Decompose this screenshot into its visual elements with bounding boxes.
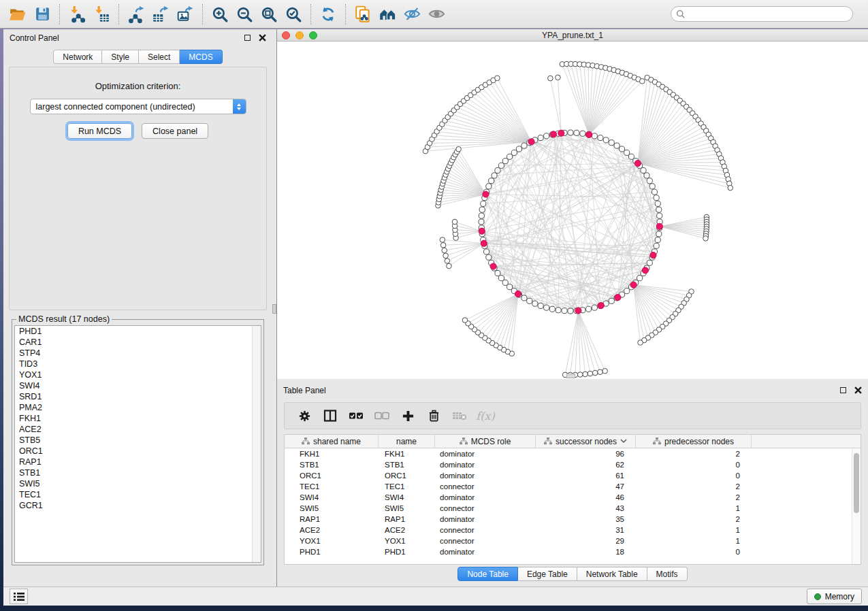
toolbar-search [671, 6, 853, 22]
eye-slash-icon [403, 5, 421, 23]
memory-button[interactable]: Memory [807, 589, 862, 604]
sort-desc-icon [620, 439, 627, 444]
main-toolbar [0, 0, 868, 29]
list-item[interactable]: ACE2 [15, 424, 261, 435]
network-graph[interactable] [277, 42, 868, 379]
list-item[interactable]: STB5 [15, 435, 261, 446]
table-row[interactable]: ACE2ACE2connector311 [285, 525, 852, 535]
function-builder-button[interactable]: f(x) [472, 404, 498, 427]
close-panel-icon[interactable] [854, 386, 862, 394]
close-panel-icon[interactable] [259, 34, 266, 42]
tab-node-table[interactable]: Node Table [457, 567, 518, 581]
tab-mcds[interactable]: MCDS [180, 50, 222, 64]
import-network-button[interactable] [65, 2, 89, 27]
table-row[interactable]: TEC1TEC1connector472 [285, 481, 852, 492]
list-item[interactable]: RAP1 [15, 457, 261, 467]
list-item[interactable]: STB1 [15, 467, 261, 478]
zoom-selected-button[interactable] [281, 2, 306, 27]
list-item[interactable]: FKH1 [15, 413, 261, 424]
export-table-button[interactable] [148, 2, 173, 27]
float-panel-icon[interactable] [244, 35, 251, 41]
network-canvas[interactable] [277, 42, 868, 379]
column-header[interactable]: shared name [285, 435, 378, 448]
mcds-node [656, 223, 662, 229]
list-item[interactable]: PHD1 [15, 326, 261, 337]
tab-style[interactable]: Style [102, 50, 139, 64]
unselect-all-columns-button[interactable] [369, 404, 395, 427]
list-item[interactable]: SWI4 [15, 380, 261, 391]
column-header[interactable]: name [378, 435, 434, 448]
tab-edge-table[interactable]: Edge Table [518, 567, 577, 581]
network-overview-button[interactable] [375, 2, 400, 27]
splitter-handle[interactable] [272, 304, 276, 314]
canvas-splitter-handle[interactable] [566, 374, 575, 378]
delete-table-button[interactable] [447, 404, 472, 427]
export-network-icon [127, 5, 145, 23]
tab-network-table[interactable]: Network Table [577, 567, 647, 581]
list-item[interactable]: CAR1 [15, 337, 261, 348]
clone-network-button[interactable] [351, 2, 375, 27]
tab-network[interactable]: Network [53, 50, 102, 64]
eye-icon [428, 5, 446, 23]
table-row[interactable]: FKH1FKH1dominator962 [285, 448, 852, 459]
mcds-result-list[interactable]: PHD1CAR1STP4TID3YOX1SWI4SRD1PMA2FKH1ACE2… [14, 325, 261, 563]
zoom-in-icon [211, 5, 229, 23]
hide-graphics-details-button[interactable] [400, 2, 424, 27]
run-mcds-button[interactable]: Run MCDS [67, 123, 132, 139]
table-panel-header: Table Panel [277, 382, 868, 399]
mcds-node [481, 240, 487, 246]
criterion-dropdown[interactable]: largest connected component (undirected) [30, 99, 246, 114]
list-item[interactable]: ORC1 [15, 446, 261, 457]
list-item[interactable]: YOX1 [15, 369, 261, 380]
tab-motifs[interactable]: Motifs [647, 567, 688, 581]
zoom-in-button[interactable] [208, 2, 232, 27]
delete-columns-button[interactable] [421, 404, 447, 427]
desktop: Control Panel Network Style Select MCDS … [0, 0, 868, 611]
create-column-button[interactable] [395, 404, 421, 427]
memory-label: Memory [825, 592, 854, 601]
table-row[interactable]: SWI4SWI4dominator462 [285, 492, 852, 503]
list-item[interactable]: TEC1 [15, 489, 261, 500]
table-row[interactable]: STB1STB1dominator620 [285, 459, 852, 470]
node-table: shared namenameMCDS rolesuccessor nodesp… [284, 434, 861, 565]
list-item[interactable]: GCR1 [15, 500, 261, 511]
unchecked-boxes-icon [374, 411, 389, 420]
column-header[interactable]: MCDS role [434, 435, 535, 448]
export-network-button[interactable] [124, 2, 148, 27]
table-row[interactable]: ORC1ORC1dominator610 [285, 470, 852, 481]
list-item[interactable]: TID3 [15, 359, 261, 369]
export-image-button[interactable] [173, 2, 197, 27]
column-selector-button[interactable] [317, 404, 343, 427]
list-item[interactable]: SRD1 [15, 391, 261, 402]
task-history-button[interactable] [10, 589, 28, 604]
refresh-view-button[interactable] [316, 2, 340, 27]
search-input[interactable] [671, 6, 853, 22]
mcds-node [630, 282, 637, 288]
import-table-button[interactable] [89, 2, 114, 27]
show-graphics-details-button[interactable] [424, 2, 449, 27]
save-session-button[interactable] [30, 2, 54, 27]
table-scrollbar-thumb[interactable] [854, 453, 859, 513]
table-row[interactable]: SWI5SWI5connector431 [285, 503, 852, 514]
column-header[interactable]: predecessor nodes [635, 435, 751, 448]
table-row[interactable]: YOX1YOX1connector291 [285, 535, 852, 546]
table-row[interactable]: RAP1RAP1dominator352 [285, 514, 852, 525]
tab-select[interactable]: Select [139, 50, 180, 64]
toolbar-separator [310, 4, 311, 24]
table-scrollbar[interactable] [852, 449, 861, 564]
zoom-fit-button[interactable] [257, 2, 281, 27]
open-session-button[interactable] [5, 2, 30, 27]
zoom-out-button[interactable] [232, 2, 257, 27]
list-item[interactable]: PMA2 [15, 402, 261, 413]
float-panel-icon[interactable] [840, 387, 846, 393]
list-item[interactable]: SWI5 [15, 478, 261, 489]
hierarchy-icon [460, 437, 468, 445]
vertical-splitter[interactable] [272, 29, 277, 587]
column-header[interactable]: successor nodes [535, 435, 635, 448]
table-options-button[interactable] [291, 404, 317, 427]
close-panel-button[interactable]: Close panel [142, 123, 208, 139]
table-row[interactable]: PHD1PHD1dominator180 [285, 546, 852, 557]
select-all-columns-button[interactable] [343, 404, 369, 427]
list-item[interactable]: STP4 [15, 348, 261, 359]
result-list-scrollbar[interactable] [252, 326, 261, 562]
